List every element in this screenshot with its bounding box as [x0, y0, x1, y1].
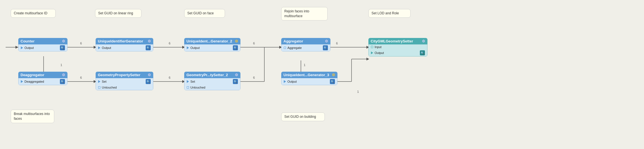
conn-label-1b: 1 — [304, 63, 305, 67]
port-output-uid2[interactable]: Output 🔍 — [184, 44, 240, 51]
node-geom-prop-setter-2-body: Set 🔍 Untouched — [184, 78, 240, 90]
port-arrow-icon — [98, 46, 100, 49]
node-aggregator-label: Aggregator — [283, 39, 303, 43]
port-aggregate[interactable]: Aggregate 🔍 — [282, 44, 330, 51]
node-unique-id-gen-3-body: Output 🔍 — [281, 78, 337, 85]
search-icon[interactable]: 🔍 — [323, 45, 328, 50]
annotation-set-guid-face: Set GUID on face — [184, 9, 225, 18]
svg-marker-20 — [366, 58, 369, 60]
conn-label-6d: 6 — [169, 76, 170, 79]
conn-label-1c: 1 — [357, 90, 359, 93]
port-arrow-icon — [284, 80, 286, 83]
conn-label-6c: 6 — [169, 42, 170, 45]
annotation-create-multisurface: Create multisurface ID — [11, 9, 56, 18]
gear-icon[interactable]: ⚙ — [422, 39, 425, 43]
node-citygml-setter[interactable]: CityGMLGeometrySetter ⚙ Input Output 🔍 — [368, 38, 427, 57]
node-counter-header[interactable]: Counter ⚙ — [18, 38, 67, 44]
port-outline-icon — [284, 47, 286, 49]
node-citygml-setter-label: CityGMLGeometrySetter — [371, 39, 413, 43]
port-set-2[interactable]: Set 🔍 — [184, 78, 240, 85]
annotation-set-guid-linear: Set GUID on linear ring — [95, 9, 141, 18]
gear-icon-yellow[interactable]: ⚙ — [332, 73, 335, 77]
port-arrow-icon — [187, 46, 189, 49]
node-unique-id-gen-2[interactable]: UniqueIdent...Generator_2 ⚙ Output 🔍 — [184, 38, 240, 51]
port-arrow-icon — [21, 46, 23, 49]
port-set-1[interactable]: Set 🔍 — [96, 78, 153, 85]
search-icon[interactable]: 🔍 — [420, 50, 425, 55]
node-aggregator-body: Aggregate 🔍 — [281, 44, 330, 51]
port-untouched-1[interactable]: Untouched — [96, 85, 153, 90]
port-arrow-icon — [187, 80, 189, 83]
node-citygml-setter-body: Input Output 🔍 — [368, 44, 427, 57]
gear-icon[interactable]: ⚙ — [148, 73, 151, 77]
port-arrow-icon — [98, 80, 100, 83]
node-geom-prop-setter-1[interactable]: GeometryPropertySetter ⚙ Set 🔍 Untouched — [96, 72, 153, 90]
node-unique-id-gen-2-header[interactable]: UniqueIdent...Generator_2 ⚙ — [184, 38, 240, 44]
gear-icon-yellow[interactable]: ⚙ — [235, 39, 238, 43]
port-output-uid1[interactable]: Output 🔍 — [96, 44, 153, 51]
node-unique-id-gen-1[interactable]: UniqueIdentifierGenerator ⚙ Output 🔍 — [96, 38, 153, 51]
port-arrow-icon — [371, 51, 373, 54]
port-label: Output — [375, 51, 384, 55]
node-unique-id-gen-3[interactable]: UniqueIdent...Generator_3 ⚙ Output 🔍 — [281, 72, 337, 85]
search-icon[interactable]: 🔍 — [60, 79, 65, 84]
node-unique-id-gen-1-body: Output 🔍 — [96, 44, 153, 51]
gear-icon[interactable]: ⚙ — [235, 73, 238, 77]
node-geom-prop-setter-1-body: Set 🔍 Untouched — [96, 78, 153, 90]
port-counter-output[interactable]: Output 🔍 — [19, 44, 67, 51]
conn-label-6f: 6 — [253, 76, 255, 79]
node-unique-id-gen-3-label: UniqueIdent...Generator_3 — [283, 73, 329, 77]
port-label: Set — [190, 80, 195, 83]
conn-label-6e: 6 — [253, 42, 255, 45]
search-icon[interactable]: 🔍 — [146, 45, 151, 50]
node-unique-id-gen-2-body: Output 🔍 — [184, 44, 240, 51]
search-icon[interactable]: 🔍 — [60, 45, 65, 50]
annotation-set-guid-building: Set GUID on building — [281, 112, 325, 121]
port-output-citygml[interactable]: Output 🔍 — [369, 49, 427, 56]
port-output-uid3[interactable]: Output 🔍 — [282, 78, 337, 85]
node-geom-prop-setter-1-label: GeometryPropertySetter — [98, 73, 140, 77]
port-input-citygml[interactable]: Input — [369, 44, 427, 49]
node-geom-prop-setter-1-header[interactable]: GeometryPropertySetter ⚙ — [96, 72, 153, 78]
port-label: Output — [24, 46, 34, 49]
search-icon[interactable]: 🔍 — [330, 79, 335, 84]
port-label: Untouched — [190, 86, 205, 89]
node-aggregator[interactable]: Aggregator ⚙ Aggregate 🔍 — [281, 38, 330, 51]
conn-label-6a: 6 — [80, 42, 82, 45]
node-citygml-setter-header[interactable]: CityGMLGeometrySetter ⚙ — [368, 38, 427, 44]
search-icon[interactable]: 🔍 — [146, 79, 151, 84]
port-label: Untouched — [102, 86, 117, 89]
port-label: Output — [287, 80, 297, 83]
port-label: Input — [375, 45, 381, 49]
annotation-rejoin-faces: Rejoin faces into multisurface — [281, 7, 328, 21]
port-untouched-2[interactable]: Untouched — [184, 85, 240, 90]
gear-icon[interactable]: ⚙ — [148, 39, 151, 43]
port-arrow-icon — [21, 80, 23, 83]
port-outline-icon — [187, 86, 189, 89]
port-label: Set — [102, 80, 107, 83]
svg-marker-2 — [15, 46, 18, 49]
search-icon[interactable]: 🔍 — [233, 45, 238, 50]
node-aggregator-header[interactable]: Aggregator ⚙ — [281, 38, 330, 44]
node-geom-prop-setter-2-label: GeometryPr...tySetter_2 — [186, 73, 228, 77]
node-unique-id-gen-1-label: UniqueIdentifierGenerator — [98, 39, 143, 43]
port-label: Deaggregated — [24, 80, 44, 83]
annotation-break-multisurfaces: Break multisurfaces into faces — [11, 110, 54, 123]
port-label: Output — [102, 46, 111, 49]
gear-icon[interactable]: ⚙ — [62, 39, 65, 43]
gear-icon[interactable]: ⚙ — [325, 39, 328, 43]
node-unique-id-gen-1-header[interactable]: UniqueIdentifierGenerator ⚙ — [96, 38, 153, 44]
node-unique-id-gen-3-header[interactable]: UniqueIdent...Generator_3 ⚙ — [281, 72, 337, 78]
gear-icon[interactable]: ⚙ — [62, 73, 65, 77]
conn-label-1: 1 — [60, 63, 62, 67]
port-deaggregated[interactable]: Deaggregated 🔍 — [19, 78, 67, 85]
search-icon[interactable]: 🔍 — [233, 79, 238, 84]
node-geom-prop-setter-2[interactable]: GeometryPr...tySetter_2 ⚙ Set 🔍 Untouche… — [184, 72, 240, 90]
node-unique-id-gen-2-label: UniqueIdent...Generator_2 — [186, 39, 232, 43]
node-deaggregator-header[interactable]: Deaggregator ⚙ — [18, 72, 67, 78]
node-geom-prop-setter-2-header[interactable]: GeometryPr...tySetter_2 ⚙ — [184, 72, 240, 78]
node-counter[interactable]: Counter ⚙ Output 🔍 — [18, 38, 67, 51]
node-deaggregator[interactable]: Deaggregator ⚙ Deaggregated 🔍 — [18, 72, 67, 85]
port-outline-icon — [371, 46, 373, 48]
annotation-set-lod: Set LOD and Role — [368, 9, 411, 18]
